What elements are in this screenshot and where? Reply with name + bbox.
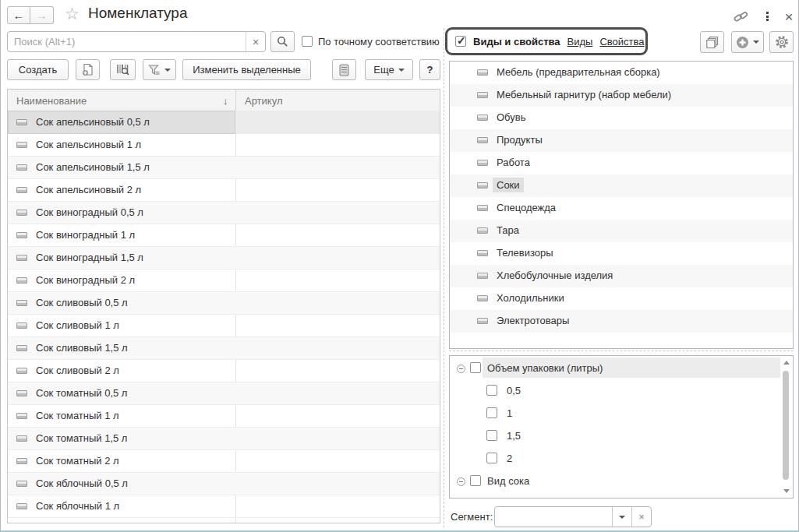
add-button[interactable] bbox=[731, 31, 764, 53]
get-link-icon[interactable] bbox=[732, 9, 749, 24]
create-button[interactable]: Создать bbox=[7, 59, 69, 80]
table-row[interactable]: Сок томатный 1,5 л bbox=[8, 428, 440, 450]
table-row-label: Сок сливовый 0,5 л bbox=[36, 297, 128, 308]
list-item[interactable]: Хлебобулочные изделия bbox=[450, 265, 793, 287]
tree-value-label: 2 bbox=[507, 453, 512, 464]
collapse-icon[interactable] bbox=[457, 477, 465, 486]
search-input[interactable] bbox=[8, 32, 246, 51]
forward-button[interactable]: → bbox=[30, 6, 54, 24]
column-header-article[interactable]: Артикул bbox=[245, 90, 282, 111]
tree-child-row[interactable]: 1 bbox=[450, 403, 793, 425]
value-checkbox[interactable] bbox=[486, 385, 497, 396]
table-row-label: Сок томатный 0,5 л bbox=[36, 387, 127, 399]
table-row[interactable]: Сок сливовый 1 л bbox=[8, 315, 440, 337]
list-item-selected[interactable]: Соки bbox=[450, 174, 793, 197]
list-item[interactable]: Холодильники bbox=[450, 287, 793, 310]
table-row[interactable]: Сок виноградный 1 л bbox=[8, 224, 440, 247]
list-item[interactable]: Телевизоры bbox=[450, 242, 793, 265]
table-row[interactable]: Сок томатный 1 л bbox=[8, 405, 440, 428]
segment-clear-button[interactable]: × bbox=[631, 507, 651, 527]
link-types[interactable]: Виды bbox=[567, 36, 593, 48]
table-row[interactable]: Сок виноградный 1,5 л bbox=[8, 247, 440, 270]
value-checkbox[interactable] bbox=[486, 430, 497, 441]
value-checkbox[interactable] bbox=[486, 407, 497, 418]
table-row[interactable]: Сок апельсиновый 1 л bbox=[8, 134, 440, 157]
list-item[interactable]: Спецодежда bbox=[450, 197, 793, 220]
tree-group-row-selected[interactable]: Объем упаковки (литры) bbox=[450, 358, 793, 380]
table-row[interactable]: Сок сливовый 2 л bbox=[8, 360, 440, 382]
search-button[interactable] bbox=[270, 31, 295, 52]
tree-child-row[interactable]: 0,5 bbox=[450, 380, 793, 403]
column-header-name[interactable]: Наименование bbox=[16, 90, 87, 111]
table-row[interactable]: Сок сливовый 1,5 л bbox=[8, 337, 440, 360]
table-row-label: Сок виноградный 2 л bbox=[36, 274, 135, 286]
table-row[interactable]: Сок сливовый 0,5 л bbox=[8, 292, 440, 315]
tree-child-row-clipped[interactable] bbox=[450, 493, 793, 499]
list-settings-button[interactable] bbox=[332, 59, 356, 80]
vertical-splitter[interactable] bbox=[444, 28, 444, 527]
list-item[interactable]: Электротовары bbox=[450, 310, 793, 333]
value-checkbox[interactable] bbox=[486, 453, 497, 463]
group-icon bbox=[477, 182, 488, 188]
table-row[interactable]: Сок томатный 0,5 л bbox=[8, 382, 440, 405]
close-icon[interactable]: × bbox=[780, 9, 797, 24]
tree-scrollbar[interactable] bbox=[781, 358, 791, 496]
segment-value[interactable] bbox=[495, 507, 612, 527]
list-item[interactable]: Мебель (предварительная сборка) bbox=[450, 62, 793, 84]
table-row[interactable]: Сок томатный 2 л bbox=[8, 450, 440, 473]
barcode-search-button[interactable] bbox=[110, 59, 136, 80]
collapse-groups-button[interactable] bbox=[700, 31, 724, 53]
tree-group-label: Объем упаковки (литры) bbox=[487, 362, 603, 374]
group-icon bbox=[477, 250, 488, 256]
item-icon bbox=[16, 435, 27, 442]
views-properties-panel-header: Виды и свойства Виды Свойства bbox=[445, 27, 648, 55]
tree-child-row[interactable]: 1,5 bbox=[450, 425, 793, 448]
more-button[interactable]: Еще bbox=[365, 59, 413, 80]
value-checkbox[interactable] bbox=[486, 498, 497, 499]
scroll-up-icon[interactable] bbox=[783, 361, 790, 365]
link-properties[interactable]: Свойства bbox=[599, 36, 644, 48]
tree-child-row[interactable]: 2 bbox=[450, 448, 793, 470]
property-checkbox[interactable] bbox=[470, 362, 481, 373]
favorite-star-icon[interactable]: ☆ bbox=[65, 5, 80, 23]
create-group-button[interactable] bbox=[76, 59, 100, 80]
horizontal-splitter[interactable] bbox=[449, 351, 794, 351]
edit-selected-button[interactable]: Изменить выделенные bbox=[182, 59, 311, 80]
table-row-label: Сок томатный 2 л bbox=[36, 455, 119, 467]
property-checkbox[interactable] bbox=[470, 475, 481, 486]
table-row[interactable]: Сок виноградный 0,5 л bbox=[8, 202, 440, 224]
exact-match-checkbox[interactable] bbox=[302, 36, 313, 47]
search-clear-icon[interactable]: × bbox=[246, 32, 265, 51]
collapse-icon[interactable] bbox=[457, 365, 465, 373]
scrollbar-thumb[interactable] bbox=[783, 371, 789, 480]
list-item[interactable]: Продукты bbox=[450, 129, 793, 152]
list-item[interactable]: Тара bbox=[450, 220, 793, 242]
table-row[interactable]: Сок апельсиновый 2 л bbox=[8, 179, 440, 202]
list-item[interactable]: Мебельный гарнитур (набор мебели) bbox=[450, 84, 793, 107]
list-item[interactable]: Работа bbox=[450, 152, 793, 174]
list-item[interactable]: Обувь bbox=[450, 107, 793, 129]
table-header: Наименование ↓ Артикул bbox=[8, 90, 440, 111]
selected-row-rest bbox=[235, 111, 440, 134]
views-properties-checkbox[interactable] bbox=[455, 36, 466, 47]
more-menu-icon[interactable] bbox=[758, 9, 776, 24]
back-button[interactable]: ← bbox=[7, 6, 30, 24]
segment-combobox[interactable]: × bbox=[494, 506, 652, 527]
table-row[interactable]: Сок яблочный 0,5 л bbox=[8, 473, 440, 495]
filter-button[interactable] bbox=[143, 59, 176, 80]
table-row[interactable]: Сок виноградный 2 л bbox=[8, 270, 440, 292]
sort-descending-icon[interactable]: ↓ bbox=[223, 90, 228, 111]
item-icon bbox=[16, 255, 27, 261]
item-icon bbox=[16, 232, 27, 238]
list-item-label: Мебель (предварительная сборка) bbox=[497, 66, 660, 78]
table-row-selected[interactable]: Сок апельсиновый 0,5 л bbox=[8, 111, 440, 134]
tree-group-row[interactable]: Вид сока bbox=[450, 470, 793, 493]
table-row[interactable]: Сок апельсиновый 1,5 л bbox=[8, 157, 440, 179]
scroll-down-icon[interactable] bbox=[783, 489, 790, 493]
types-list: Мебель (предварительная сборка) Мебельны… bbox=[449, 61, 794, 349]
item-icon bbox=[16, 458, 27, 464]
settings-button[interactable] bbox=[769, 31, 794, 53]
table-row[interactable]: Сок яблочный 1 л bbox=[8, 495, 440, 518]
segment-dropdown-button[interactable] bbox=[612, 507, 631, 527]
help-button[interactable]: ? bbox=[419, 59, 440, 80]
